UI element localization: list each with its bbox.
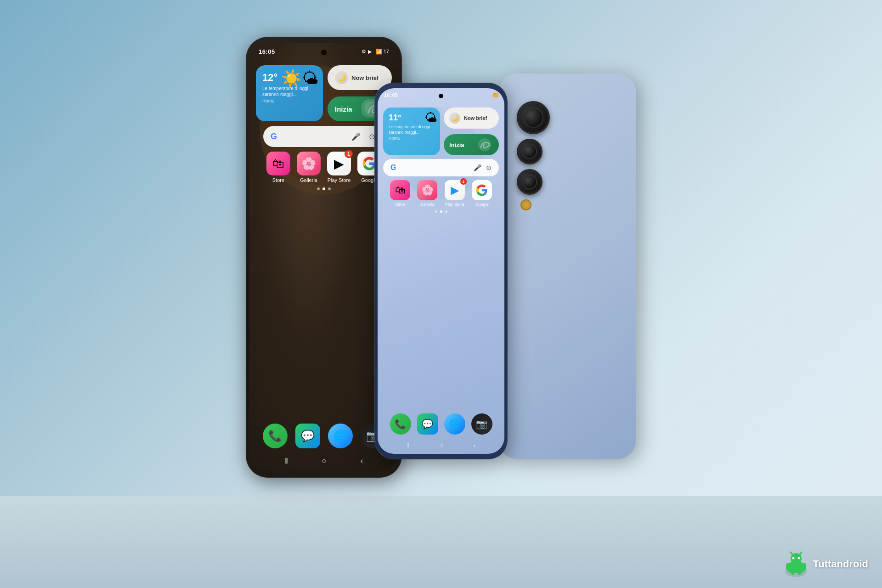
logo-area: Tuttandroid [782,549,868,579]
camera-flash [520,199,531,210]
playstore-label-left: Play Store [328,177,351,183]
galleria-icon-left: 🌸 [297,152,321,175]
store-label-center: Store [395,202,405,207]
nav-home-left[interactable]: ○ [322,456,327,466]
mic-icon-center[interactable]: 🎤 [474,164,481,171]
nav-home-center[interactable]: ○ [439,441,443,449]
camera-main-lens [517,101,550,134]
galleria-icon-center: 🌸 [417,180,437,200]
svg-line-8 [800,552,802,554]
google-icon-center [472,180,492,200]
phone-center-screen: 16:05 📶 🌤 11° Le t [378,88,504,454]
phone-right [498,74,636,459]
google-g-left: G [271,132,277,141]
dock-camera-center[interactable]: 📷 [471,413,492,435]
now-brief-label-center: Now brief [464,115,487,121]
swirl-center [476,137,493,152]
google-label-center: Google [475,202,489,207]
dock-left: 📞 💬 🌐 📷 [259,424,389,448]
camera-main-lens-inner [523,107,543,128]
inizia-widget-center[interactable]: Inizia [444,134,499,155]
android-icon [782,549,810,579]
dot-2-center [440,210,442,213]
dock-planet-left[interactable]: 🌐 [328,424,353,448]
page-dots-center [383,210,499,213]
dock-planet-center[interactable]: 🌐 [444,413,465,435]
now-brief-icon-left: 🌙 [335,71,348,84]
playstore-icon-center: ▶ 1 [445,180,465,200]
store-icon-center: 🛍 [390,180,410,200]
dock-phone-left[interactable]: 📞 [263,424,288,448]
camera-wide-lens [517,139,543,164]
store-label-left: Store [272,177,284,183]
playstore-badge-left: 1 [345,150,353,158]
mic-icon-left[interactable]: 🎤 [351,131,362,142]
widget-row-left: ☀️🌤 12° Le temperature di oggi saranno m… [256,65,392,121]
now-brief-widget-center[interactable]: 🌙 Now brief [444,107,499,129]
svg-rect-10 [803,563,806,571]
now-brief-label-left: Now brief [351,74,379,81]
dock-msg-left[interactable]: 💬 [295,424,320,448]
nav-bar-center: ⦀ ○ ‹ [378,441,504,449]
weather-city-left: Roma [262,98,317,103]
svg-point-5 [792,557,795,560]
camera-tele-lens [517,169,543,195]
nav-back-center[interactable]: ‹ [473,441,475,449]
svg-line-7 [791,552,792,554]
weather-icon-left: ☀️🌤 [281,69,318,88]
google-g-center: G [390,164,396,172]
page-dots-left [256,187,392,190]
dot-1-left [317,187,320,190]
app-galleria-left[interactable]: 🌸 Galleria [295,152,322,183]
logo-text: Tuttandroid [813,558,868,570]
app-playstore-center[interactable]: ▶ 1 Play Store [442,180,467,207]
camera-wide-lens-inner [522,144,537,159]
weather-widget-center[interactable]: 🌤 11° Le temperature di oggi saranno mag… [383,107,440,155]
app-grid-center: 🛍 Store 🌸 Galleria ▶ 1 Play [383,180,499,207]
widgets-center: 🌤 11° Le temperature di oggi saranno mag… [383,107,499,213]
phones-container: 16:05 ⚙ ▶ 📶 17 ☀️🌤 12° [60,28,822,588]
playstore-badge-center: 1 [460,178,467,185]
google-search-left[interactable]: G 🎤 ⊙ [263,126,384,147]
app-google-center[interactable]: Google [470,180,495,207]
dot-3-center [445,210,447,213]
galleria-label-left: Galleria [300,177,317,183]
weather-desc-center: Le temperature di oggi saranno maggi... [389,124,435,135]
inizia-label-left: Inizia [335,105,352,113]
dock-center: 📞 💬 🌐 📷 [387,413,495,435]
svg-rect-12 [798,570,801,575]
google-search-center[interactable]: G 🎤 ⊙ [383,159,499,176]
app-playstore-left[interactable]: ▶ 1 Play Store [326,152,352,183]
app-store-center[interactable]: 🛍 Store [388,180,413,207]
playstore-icon-left: ▶ 1 [327,152,351,175]
app-store-left[interactable]: 🛍 Store [265,152,292,183]
weather-city-center: Roma [389,136,435,141]
nav-recent-left[interactable]: ⦀ [285,456,288,466]
tuttandroid-logo: Tuttandroid [782,549,868,579]
dock-msg-center[interactable]: 💬 [417,413,438,435]
camera-module-right [517,101,558,210]
app-galleria-center[interactable]: 🌸 Galleria [415,180,440,207]
nav-back-left[interactable]: ‹ [360,456,363,466]
app-grid-left: 🛍 Store 🌸 Galleria [256,152,392,183]
camera-hole-left [321,50,327,55]
dot-3-left [328,187,331,190]
widgets-left: ☀️🌤 12° Le temperature di oggi saranno m… [256,65,392,190]
now-brief-icon-center: 🌙 [449,113,460,124]
galleria-label-center: Galleria [420,202,435,207]
camera-tele-lens-inner [522,175,537,189]
phone-right-body [498,74,636,459]
dock-phone-center[interactable]: 📞 [390,413,411,435]
phone-center-body: 16:05 📶 🌤 11° Le t [374,83,508,459]
svg-point-6 [798,557,800,560]
svg-rect-11 [792,570,794,575]
status-icons-left: ⚙ ▶ 📶 17 [362,49,389,55]
lens-icon-center[interactable]: ⊙ [486,164,492,171]
right-col-center: 🌙 Now brief Inizia [444,107,499,155]
nav-recent-center[interactable]: ⦀ [407,441,409,449]
weather-icon-center: 🌤 [424,110,437,125]
status-icons-center: 📶 [493,93,498,97]
inizia-label-center: Inizia [449,141,464,148]
widget-row-center: 🌤 11° Le temperature di oggi saranno mag… [383,107,499,155]
weather-widget-left[interactable]: ☀️🌤 12° Le temperature di oggi saranno m… [256,65,323,121]
